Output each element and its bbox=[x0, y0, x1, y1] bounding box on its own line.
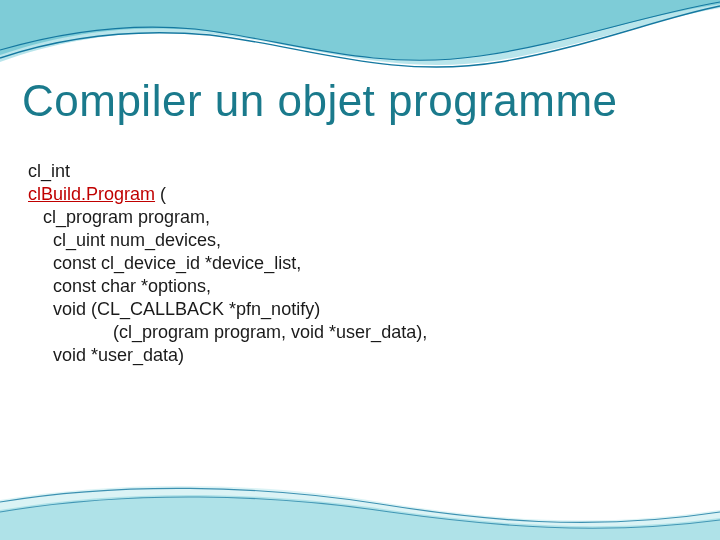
code-block: cl_int clBuild.Program ( cl_program prog… bbox=[28, 160, 427, 367]
code-fn-paren: ( bbox=[155, 184, 166, 204]
code-line-arg: cl_program program, bbox=[28, 206, 427, 229]
code-line-arg: void (CL_CALLBACK *pfn_notify) bbox=[28, 298, 427, 321]
bottom-wave-decoration bbox=[0, 470, 720, 540]
slide-title: Compiler un objet programme bbox=[22, 78, 618, 124]
code-line-fn: clBuild.Program ( bbox=[28, 183, 427, 206]
code-line-return-type: cl_int bbox=[28, 160, 427, 183]
code-line-arg: const cl_device_id *device_list, bbox=[28, 252, 427, 275]
code-line-arg: (cl_program program, void *user_data), bbox=[28, 321, 427, 344]
code-line-arg: void *user_data) bbox=[28, 344, 427, 367]
code-line-arg: const char *options, bbox=[28, 275, 427, 298]
slide: Compiler un objet programme cl_int clBui… bbox=[0, 0, 720, 540]
function-name: clBuild.Program bbox=[28, 184, 155, 204]
code-line-arg: cl_uint num_devices, bbox=[28, 229, 427, 252]
